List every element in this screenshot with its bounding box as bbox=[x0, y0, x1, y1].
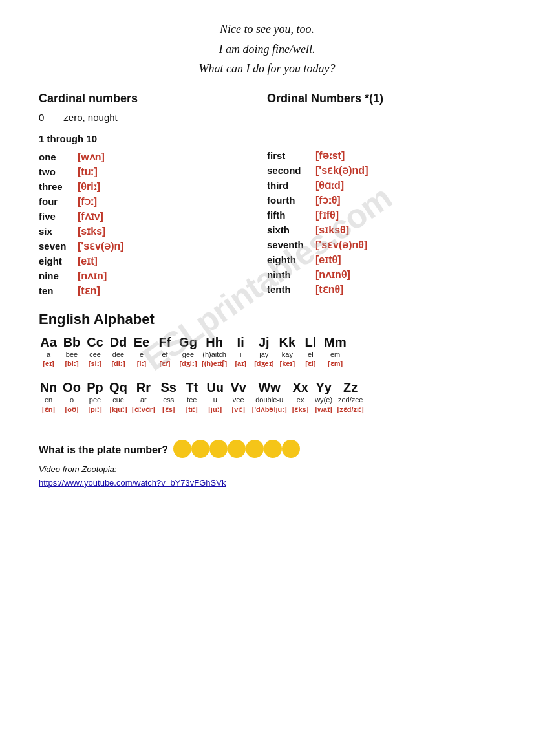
letter-big: Aa bbox=[40, 334, 57, 350]
letter-group: Uuu[juː] bbox=[206, 380, 225, 414]
cardinal-phonetic: [tɛn] bbox=[78, 285, 100, 297]
letter-group: Pppee[piː] bbox=[85, 380, 105, 414]
bottom-section: What is the plate number? Video from Zoo… bbox=[39, 440, 495, 488]
letter-name: ex bbox=[297, 395, 304, 404]
letter-name: ar bbox=[140, 395, 147, 404]
letter-phonetic: [zɛd/ziː] bbox=[337, 405, 364, 414]
letter-big: Cc bbox=[87, 334, 103, 350]
letter-group: Ffef[ɛf] bbox=[155, 334, 175, 369]
letter-big: Ss bbox=[161, 380, 176, 395]
cardinal-word: three bbox=[39, 181, 78, 192]
letter-name: zed/zee bbox=[338, 395, 363, 404]
letter-name: e bbox=[140, 350, 144, 359]
cardinal-phonetic: [eɪt] bbox=[78, 255, 98, 267]
letter-big: Oo bbox=[63, 380, 81, 395]
header-line3: What can I do for you today? bbox=[39, 59, 495, 79]
ordinal-numbers-list: first[fəːst]second['sɛk(ə)nd]third[θɑːd]… bbox=[267, 149, 495, 296]
ordinal-row: third[θɑːd] bbox=[267, 179, 495, 191]
letter-phonetic: [(h)eɪtʃ] bbox=[202, 359, 227, 368]
letter-name: en bbox=[45, 395, 52, 404]
letter-name: double-u bbox=[255, 395, 283, 404]
ordinal-row: second['sɛk(ə)nd] bbox=[267, 164, 495, 177]
ordinal-title: Ordinal Numbers *(1) bbox=[267, 92, 495, 105]
letter-phonetic: [piː] bbox=[88, 405, 101, 414]
letter-group: Mmem[ɛm] bbox=[324, 334, 346, 369]
letter-group: Qqcue[kjuː] bbox=[109, 380, 128, 414]
letter-big: Bb bbox=[63, 334, 81, 350]
letter-big: Jj bbox=[259, 334, 270, 350]
ordinal-row: ninth[nʌɪnθ] bbox=[267, 268, 495, 281]
ordinal-word: seventh bbox=[267, 239, 315, 250]
letter-big: Ii bbox=[237, 334, 244, 350]
cardinal-phonetic: [fɔː] bbox=[78, 195, 97, 208]
letter-big: Mm bbox=[324, 334, 346, 350]
letter-group: Bbbee[biː] bbox=[62, 334, 81, 369]
letter-name: kay bbox=[282, 350, 293, 359]
ordinal-row: seventh['sɛv(ə)nθ] bbox=[267, 239, 495, 251]
cardinal-phonetic: [fʌɪv] bbox=[78, 210, 103, 222]
letter-name: u bbox=[213, 395, 217, 404]
ordinal-phonetic: [fəːst] bbox=[315, 149, 345, 162]
cardinal-row: eight[eɪt] bbox=[39, 255, 267, 267]
letter-phonetic: [iː] bbox=[137, 359, 146, 368]
cardinal-word: six bbox=[39, 226, 78, 237]
letter-big: Vv bbox=[231, 380, 246, 395]
letter-big: Yy bbox=[315, 380, 331, 395]
plate-circle bbox=[282, 440, 300, 458]
cardinal-row: ten[tɛn] bbox=[39, 285, 267, 297]
ordinal-phonetic: ['sɛv(ə)nθ] bbox=[315, 239, 367, 251]
letter-name: dee bbox=[112, 350, 124, 359]
ordinal-phonetic: [sɪksθ] bbox=[315, 224, 349, 236]
video-link[interactable]: https://www.youtube.com/watch?v=bY73vFGh… bbox=[39, 478, 226, 488]
alphabet-row: Nnen[ɛn]Ooo[oʊ]Pppee[piː]Qqcue[kjuː]Rrar… bbox=[39, 380, 495, 414]
header-line2: I am doing fine/well. bbox=[39, 39, 495, 59]
letter-phonetic: [ɛf] bbox=[160, 359, 171, 368]
letter-group: Jjjay[dʒeɪ] bbox=[254, 334, 273, 369]
letter-name: jay bbox=[259, 350, 268, 359]
ordinal-word: first bbox=[267, 150, 315, 161]
ordinal-row: first[fəːst] bbox=[267, 149, 495, 162]
letter-phonetic: [biː] bbox=[65, 359, 78, 368]
alphabet-section: English Alphabet Aaa[eɪ]Bbbee[biː]Cccee[… bbox=[39, 311, 495, 426]
letter-name: gee bbox=[182, 350, 194, 359]
letter-group: Tttee[tiː] bbox=[182, 380, 202, 414]
cardinal-word: seven bbox=[39, 241, 78, 252]
letter-phonetic: [siː] bbox=[89, 359, 102, 368]
plate-circle bbox=[209, 440, 228, 458]
ordinal-row: fifth[fɪfθ] bbox=[267, 209, 495, 221]
letter-big: Ww bbox=[258, 380, 280, 395]
letter-group: Xxex[ɛks] bbox=[291, 380, 310, 414]
letter-phonetic: [diː] bbox=[111, 359, 125, 368]
letter-name: (h)aitch bbox=[202, 350, 226, 359]
cardinal-row: four[fɔː] bbox=[39, 195, 267, 208]
ordinal-word: second bbox=[267, 165, 315, 176]
letter-big: Hh bbox=[206, 334, 223, 350]
letter-phonetic: [waɪ] bbox=[315, 405, 332, 414]
ordinal-phonetic: ['sɛk(ə)nd] bbox=[315, 164, 368, 177]
plate-circle bbox=[246, 440, 264, 458]
letter-name: bee bbox=[66, 350, 78, 359]
plate-circle bbox=[264, 440, 282, 458]
ordinal-phonetic: [θɑːd] bbox=[315, 179, 344, 191]
letter-big: Dd bbox=[110, 334, 127, 350]
letter-phonetic: [ɛks] bbox=[292, 405, 309, 414]
letter-phonetic: [dʒeɪ] bbox=[254, 359, 273, 368]
ordinal-word: fifth bbox=[267, 210, 315, 221]
letter-group: Wwdouble-u['dʌbəlju:] bbox=[252, 380, 287, 414]
page-container: Nice to see you, too. I am doing fine/we… bbox=[39, 19, 495, 488]
letter-big: Ee bbox=[134, 334, 149, 350]
plate-question-text: What is the plate number? bbox=[39, 444, 168, 456]
cardinal-row: three[θriː] bbox=[39, 180, 267, 193]
cardinal-row: one[wʌn] bbox=[39, 151, 267, 163]
letter-name: el bbox=[308, 350, 314, 359]
zero-line: 0 zero, nought bbox=[39, 112, 267, 123]
letter-name: o bbox=[70, 395, 74, 404]
cardinal-word: ten bbox=[39, 285, 78, 296]
ordinal-row: fourth[fɔːθ] bbox=[267, 194, 495, 206]
plate-circle bbox=[191, 440, 209, 458]
letter-group: Rrar[ɑːvɑr] bbox=[132, 380, 155, 414]
ordinal-word: ninth bbox=[267, 269, 315, 280]
letter-name: cee bbox=[89, 350, 101, 359]
letter-name: cue bbox=[112, 395, 124, 404]
cardinal-phonetic: ['sɛv(ə)n] bbox=[78, 240, 124, 252]
